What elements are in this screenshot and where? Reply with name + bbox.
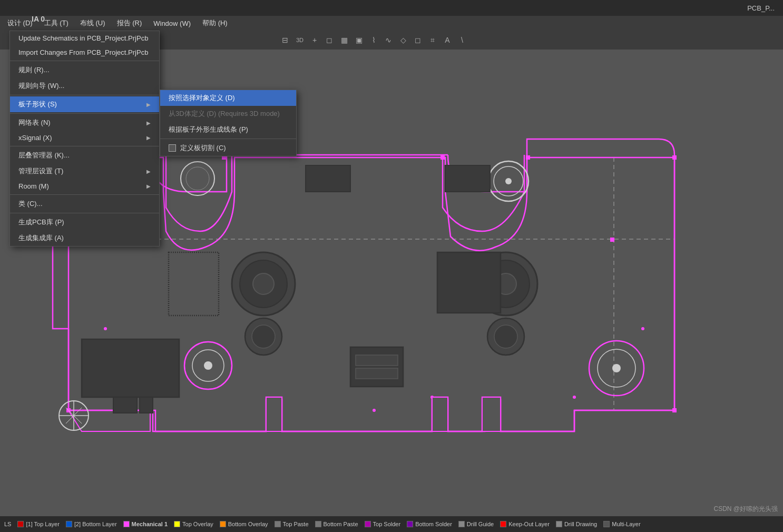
menu-item-help[interactable]: 帮助 (H): [197, 17, 233, 29]
status-top-overlay[interactable]: Top Overlay: [174, 521, 213, 527]
multi-layer-color: [603, 521, 610, 527]
top-layer-label: [1] Top Layer: [26, 521, 59, 527]
svg-point-19: [505, 178, 512, 184]
separator-5: [10, 194, 159, 195]
bottom-solder-label: Bottom Solder: [415, 521, 452, 527]
status-bottom-solder[interactable]: Bottom Solder: [407, 521, 452, 527]
svg-rect-47: [113, 397, 137, 413]
separator-1: [10, 61, 159, 61]
status-ls: LS: [4, 521, 11, 527]
svg-rect-40: [437, 252, 501, 313]
bottom-layer-color: [66, 521, 72, 527]
menu-update-schematics[interactable]: Update Schematics in PCB_Project.PrjPcb: [10, 31, 159, 45]
menu-import-changes[interactable]: Import Changes From PCB_Project.PrjPcb: [10, 45, 159, 60]
status-bottom-layer[interactable]: [2] Bottom Layer: [66, 521, 117, 527]
menu-room[interactable]: Room (M) ▶: [10, 179, 159, 193]
menu-netlist[interactable]: 网络表 (N) ▶: [10, 115, 159, 131]
menu-xsignal[interactable]: xSignal (X) ▶: [10, 131, 159, 145]
status-drill-drawing[interactable]: Drill Drawing: [556, 521, 597, 527]
menu-bar: 设计 (D) 工具 (T) 布线 (U) 报告 (R) Window (W) 帮…: [0, 16, 783, 31]
board-shape-submenu: 按照选择对象定义 (D) 从3D体定义 (D) (Requires 3D mod…: [160, 90, 297, 156]
toolbar-pad[interactable]: ◻: [412, 34, 424, 46]
title-bar: PCB_P...: [0, 0, 783, 16]
svg-rect-9: [441, 155, 445, 160]
toolbar-route1[interactable]: ⌇: [368, 34, 379, 46]
toolbar-route2[interactable]: ∿: [383, 34, 394, 46]
status-bottom-paste[interactable]: Bottom Paste: [315, 521, 358, 527]
svg-rect-37: [350, 347, 403, 387]
menu-item-route[interactable]: 布线 (U): [75, 17, 111, 29]
toolbar-line[interactable]: \: [456, 34, 468, 46]
toolbar-3d[interactable]: 3D: [294, 34, 306, 46]
status-bar: LS [1] Top Layer [2] Bottom Layer Mechan…: [0, 516, 783, 532]
drill-guide-label: Drill Guide: [467, 521, 494, 527]
bottom-overlay-label: Bottom Overlay: [228, 521, 268, 527]
svg-rect-6: [672, 408, 677, 412]
toolbar-rect[interactable]: ◻: [324, 34, 335, 46]
mechanical-label: Mechanical 1: [132, 521, 168, 527]
mechanical-color: [123, 521, 130, 527]
toolbar-measure[interactable]: ⌗: [427, 34, 438, 46]
submenu-generate-lines[interactable]: 根据板子外形生成线条 (P): [160, 122, 296, 137]
status-bottom-overlay[interactable]: Bottom Overlay: [220, 521, 268, 527]
svg-rect-42: [306, 165, 350, 192]
svg-rect-39: [356, 368, 398, 379]
svg-rect-48: [140, 397, 153, 413]
submenu-define-cutout[interactable]: 定义板切割 (C): [160, 140, 296, 156]
keepout-color: [500, 521, 506, 527]
drill-guide-color: [458, 521, 465, 527]
svg-point-33: [252, 325, 275, 348]
bottom-paste-color: [315, 521, 321, 527]
svg-rect-4: [672, 155, 677, 160]
bottom-layer-label: [2] Bottom Layer: [74, 521, 117, 527]
window-title: PCB_P...: [747, 4, 775, 12]
svg-rect-7: [610, 238, 614, 242]
status-multi-layer[interactable]: Multi-Layer: [603, 521, 640, 527]
svg-rect-45: [432, 397, 448, 431]
cutout-checkbox[interactable]: [169, 144, 176, 152]
menu-class[interactable]: 类 (C)...: [10, 196, 159, 212]
top-solder-color: [365, 521, 371, 527]
top-layer-color: [17, 521, 24, 527]
menu-rules[interactable]: 规则 (R)...: [10, 62, 159, 78]
status-top-paste[interactable]: Top Paste: [275, 521, 309, 527]
menu-board-shape[interactable]: 板子形状 (S) ▶: [10, 96, 159, 112]
watermark: CSDN @好嗦的光头强: [713, 505, 778, 514]
menu-layer-settings[interactable]: 管理层设置 (T) ▶: [10, 163, 159, 179]
toolbar-grid1[interactable]: ▦: [338, 34, 350, 46]
menu-make-int-lib[interactable]: 生成集成库 (A): [10, 230, 159, 246]
svg-rect-46: [482, 397, 501, 431]
menu-layer-stack[interactable]: 层叠管理器 (K)...: [10, 147, 159, 163]
submenu-separator: [160, 139, 296, 139]
status-drill-guide[interactable]: Drill Guide: [458, 521, 494, 527]
top-overlay-color: [174, 521, 180, 527]
svg-rect-36: [82, 339, 179, 397]
toolbar-via[interactable]: ◇: [397, 34, 409, 46]
toolbar-grid2[interactable]: ▣: [353, 34, 365, 46]
svg-point-15: [104, 327, 107, 330]
submenu-cutout-label: 定义板切割 (C): [180, 143, 226, 153]
menu-item-report[interactable]: 报告 (R): [112, 17, 148, 29]
status-mechanical[interactable]: Mechanical 1: [123, 521, 168, 527]
submenu-define-from-3d: 从3D体定义 (D) (Requires 3D mode): [160, 106, 296, 122]
status-keepout[interactable]: Keep-Out Layer: [500, 521, 550, 527]
toolbar-add[interactable]: +: [309, 34, 320, 46]
svg-point-12: [373, 409, 376, 412]
svg-point-35: [494, 325, 517, 348]
svg-rect-44: [266, 397, 282, 431]
ls-label: LS: [4, 521, 11, 527]
menu-make-pcb-lib[interactable]: 生成PCB库 (P): [10, 214, 159, 230]
svg-rect-43: [445, 165, 490, 192]
top-solder-label: Top Solder: [373, 521, 401, 527]
separator-4: [10, 146, 159, 146]
status-top-solder[interactable]: Top Solder: [365, 521, 401, 527]
keepout-label: Keep-Out Layer: [508, 521, 550, 527]
toolbar-text[interactable]: A: [442, 34, 453, 46]
toolbar-filter[interactable]: ⊟: [279, 34, 291, 46]
ia-badge: IA 0: [32, 15, 45, 23]
menu-item-window[interactable]: Window (W): [148, 18, 196, 29]
board-shape-label: 板子形状 (S): [18, 100, 57, 109]
submenu-define-from-selection[interactable]: 按照选择对象定义 (D): [160, 90, 296, 106]
status-top-layer[interactable]: [1] Top Layer: [17, 521, 59, 527]
menu-rules-wizard[interactable]: 规则向导 (W)...: [10, 78, 159, 94]
